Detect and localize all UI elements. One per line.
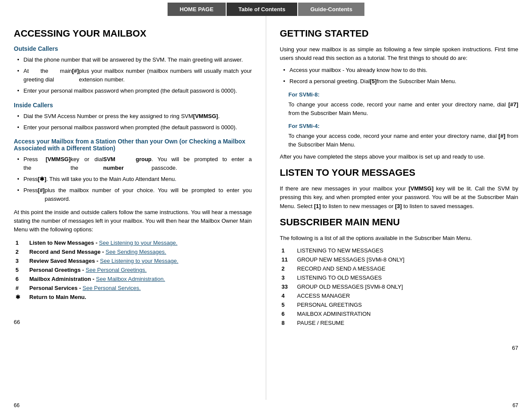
page-wrapper: HOME PAGE Table of Contents Guide-Conten… [0,0,532,411]
outside-callers-list: Dial the phone number that will be answe… [14,56,252,96]
menu-label: PAUSE / RESUME [296,318,519,327]
after-text: After you have completed the steps above… [280,153,519,161]
send-messages-link[interactable]: See Sending Messages. [106,249,166,255]
listen-messages-link[interactable]: See Listening to your Message. [99,240,177,246]
menu-key: ✱ [14,293,28,302]
table-row: 2 RECORD AND SEND A MESSAGE [280,264,519,273]
menu-label: PERSONAL GREETINGS [296,300,519,309]
menu-key: # [14,283,28,293]
getting-started-title: GETTING STARTED [280,28,519,39]
getting-started-intro: Using your new mailbox is as simple as f… [280,45,519,62]
accessing-mailbox-title: ACCESSING YOUR MAILBOX [14,28,252,39]
menu-key: 5 [280,300,296,309]
menu-key: 3 [280,273,296,282]
list-item: Press [✱]. This will take you to the Mai… [14,175,252,184]
list-item: Record a personal greeting. Dial [5] fro… [280,77,519,86]
listen-text: If there are new messages in your mailbo… [280,184,519,210]
list-item: Enter your personal mailbox password whe… [14,123,252,132]
table-row: 5 PERSONAL GREETINGS [280,300,519,309]
table-row: 1 Listen to New Messages - See Listening… [14,238,252,247]
menu-key: 11 [280,255,296,264]
table-row: 11 GROUP NEW MESSAGES [SVMi-8 ONLY] [280,255,519,264]
table-row: 5 Personal Greetings - See Personal Gree… [14,265,252,274]
menu-label: Return to Main Menu. [28,293,252,302]
svmi8-heading: For SVMi-8: [289,91,519,98]
table-row: 6 MAILBOX ADMINISTRATION [280,309,519,318]
listen-messages-title: LISTEN TO YOUR MESSAGES [280,167,519,178]
menu-label: RECORD AND SEND A MESSAGE [296,264,519,273]
table-row: 33 GROUP OLD MESSAGES [SVMi-8 ONLY] [280,282,519,291]
guide-contents-button[interactable]: Guide-Contents [298,3,364,16]
menu-label: ACCESS MANAGER [296,291,519,300]
menu-key: 3 [14,256,28,265]
svmi8-section: For SVMi-8: To change your access code, … [289,91,519,149]
menu-label: Personal Greetings - See Personal Greeti… [28,265,252,274]
table-row: 1 LISTENING TO NEW MESSAGES [280,246,519,255]
menu-label: GROUP NEW MESSAGES [SVMi-8 ONLY] [296,255,519,264]
list-item: Dial the SVM Access Number or press the … [14,112,252,121]
table-row: 3 Review Saved Messages - See Listening … [14,256,252,265]
inside-callers-heading: Inside Callers [14,102,252,109]
table-row: 8 PAUSE / RESUME [280,318,519,327]
outside-callers-heading: Outside Callers [14,45,252,52]
svmi4-heading: For SVMi-4: [289,123,519,129]
menu-label: Mailbox Administration - See Mailbox Adm… [28,274,252,283]
menu-key: 8 [280,318,296,327]
list-item: Access your mailbox - You already know h… [280,66,519,75]
menu-key: 2 [280,264,296,273]
getting-started-list: Access your mailbox - You already know h… [280,66,519,86]
callers-note: At this point the inside and outside cal… [14,208,252,234]
left-page-number: 66 [14,319,20,325]
menu-label: LISTENING TO OLD MESSAGES [296,273,519,282]
table-of-contents-button[interactable]: Table of Contents [227,3,298,16]
right-footer-page: 67 [513,402,518,408]
menu-label: MAILBOX ADMINISTRATION [296,309,519,318]
top-nav: HOME PAGE Table of Contents Guide-Conten… [0,0,532,16]
left-column: ACCESSING YOUR MAILBOX Outside Callers D… [0,16,266,400]
menu-key: 1 [280,246,296,255]
home-page-button[interactable]: HOME PAGE [168,3,226,16]
right-page-number: 67 [512,345,518,351]
menu-key: 6 [280,309,296,318]
menu-label: Record and Send Message - See Sending Me… [28,247,252,256]
menu-key: 6 [14,274,28,283]
menu-key: 5 [14,265,28,274]
table-row: 4 ACCESS MANAGER [280,291,519,300]
menu-label: LISTENING TO NEW MESSAGES [296,246,519,255]
list-item: Press [#] plus the mailbox number of you… [14,186,252,203]
subscriber-main-menu-title: SUBSCRIBER MAIN MENU [280,217,519,228]
left-footer-page: 66 [14,402,19,408]
review-messages-link[interactable]: See Listening to your Message. [100,258,178,264]
menu-key: 2 [14,247,28,256]
page-footer: 66 67 [0,400,532,411]
svmi4-text: To change your access code, record your … [289,132,519,149]
menu-key: 4 [280,291,296,300]
list-item: Dial the phone number that will be answe… [14,56,252,64]
menu-key: 33 [280,282,296,291]
subscriber-menu-table: 1 LISTENING TO NEW MESSAGES 11 GROUP NEW… [280,246,519,327]
table-row: 6 Mailbox Administration - See Mailbox A… [14,274,252,283]
mailbox-admin-link[interactable]: See Mailbox Administration. [96,276,165,282]
station-heading: Access your Mailbox from a Station Other… [14,138,252,152]
subscriber-intro: The following is a list of all the optio… [280,234,519,243]
inside-callers-list: Dial the SVM Access Number or press the … [14,112,252,132]
personal-greetings-link[interactable]: See Personal Greetings. [86,267,147,273]
table-row: 3 LISTENING TO OLD MESSAGES [280,273,519,282]
menu-label: Listen to New Messages - See Listening t… [28,238,252,247]
table-row: # Personal Services - See Personal Servi… [14,283,252,293]
table-row: 2 Record and Send Message - See Sending … [14,247,252,256]
menu-label: Review Saved Messages - See Listening to… [28,256,252,265]
station-list: Press the [VMMSG] key or dial the SVM gr… [14,155,252,204]
list-item: At the main greeting dial [#] plus your … [14,67,252,84]
personal-services-link[interactable]: See Personal Services. [83,285,141,291]
mailbox-owner-menu: 1 Listen to New Messages - See Listening… [14,238,252,302]
svmi8-text: To change your access code, record your … [289,100,519,118]
menu-key: 1 [14,238,28,247]
menu-label: GROUP OLD MESSAGES [SVMi-8 ONLY] [296,282,519,291]
list-item: Press the [VMMSG] key or dial the SVM gr… [14,155,252,172]
list-item: Enter your personal mailbox password whe… [14,87,252,95]
table-row: ✱ Return to Main Menu. [14,293,252,302]
right-column: GETTING STARTED Using your new mailbox i… [266,16,532,400]
menu-label: Personal Services - See Personal Service… [28,283,252,293]
content-area: ACCESSING YOUR MAILBOX Outside Callers D… [0,16,532,400]
